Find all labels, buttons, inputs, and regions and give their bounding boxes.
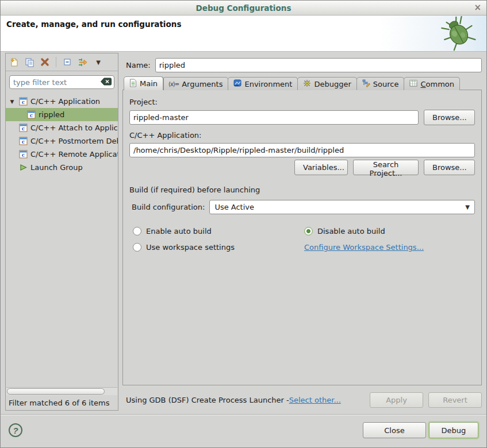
tree-item-label: C/C++ Attach to Application (30, 123, 118, 132)
application-input[interactable] (129, 143, 475, 157)
project-row: Browse... (129, 110, 475, 125)
project-input[interactable] (129, 110, 419, 125)
main-tab-content: Project: Browse... C/C++ Application: Va… (122, 90, 482, 385)
environment-tab-icon (233, 79, 241, 88)
titlebar[interactable]: Debug Configurations × (1, 1, 486, 16)
launcher-text: Using GDB (DSF) Create Process Launcher … (126, 396, 289, 404)
toolbar-menu-button[interactable]: ▼ (93, 56, 104, 68)
configure-workspace-settings-link[interactable]: Configure Workspace Settings... (304, 243, 475, 252)
configurations-tree: ▼ c C/C++ Application (6, 92, 118, 386)
tab-main[interactable]: Main (124, 76, 163, 90)
search-project-button[interactable]: Search Project... (353, 160, 419, 175)
filter-field[interactable] (9, 75, 114, 89)
tab-debugger[interactable]: Debugger (297, 77, 356, 90)
window-title: Debug Configurations (196, 3, 292, 13)
tree-item-label: C/C++ Remote Application (30, 150, 118, 159)
tree-item-label: Launch Group (30, 163, 83, 172)
tree-item-cpp-remote[interactable]: c C/C++ Remote Application (6, 148, 118, 161)
tree-horizontal-scrollbar[interactable] (6, 387, 117, 395)
help-button[interactable]: ? (9, 423, 22, 437)
radio-selected-icon[interactable] (304, 227, 313, 235)
launcher-row: Using GDB (DSF) Create Process Launcher … (122, 385, 482, 414)
tab-common[interactable]: Common (404, 77, 460, 90)
project-browse-button[interactable]: Browse... (424, 110, 475, 125)
apply-button[interactable]: Apply (370, 392, 423, 408)
tab-bar: Main (x)= Arguments Environment (122, 76, 482, 90)
radio-icon[interactable] (133, 243, 141, 252)
debug-configurations-dialog: Debug Configurations × Create, manage, a… (0, 0, 487, 448)
new-configuration-button[interactable] (8, 56, 20, 68)
configuration-editor: Name: Main (x)= Arguments (122, 53, 482, 414)
tab-label: Debugger (314, 80, 351, 88)
project-label: Project: (129, 98, 475, 106)
application-label: C/C++ Application: (129, 131, 475, 140)
page-title: Create, manage, and run configurations (6, 20, 181, 29)
tab-label: Common (420, 80, 454, 88)
tree-item-label: C/C++ Postmortem Debugger (30, 137, 118, 145)
filter-row (6, 71, 118, 92)
radio-icon[interactable] (133, 227, 141, 235)
common-tab-icon (409, 80, 417, 88)
expander-icon[interactable]: ▼ (6, 99, 18, 105)
svg-text:c: c (21, 139, 25, 145)
tab-environment[interactable]: Environment (228, 77, 298, 90)
tab-label: Source (373, 80, 399, 88)
application-browse-button[interactable]: Browse... (424, 160, 475, 175)
collapse-all-button[interactable] (62, 56, 73, 68)
duplicate-configuration-button[interactable] (24, 56, 35, 68)
scrollbar-thumb[interactable] (7, 388, 105, 395)
name-label: Name: (126, 61, 151, 69)
build-section-label: Build (if required) before launching (129, 186, 475, 194)
c-application-icon: c (18, 150, 28, 159)
build-configuration-select[interactable]: Use Active ▼ (209, 200, 475, 214)
debug-button[interactable]: Debug (429, 422, 478, 438)
name-input[interactable] (155, 58, 482, 72)
tab-label: Environment (244, 80, 292, 88)
close-icon[interactable]: × (474, 3, 481, 12)
radio-label: Use workspace settings (146, 243, 235, 252)
tab-label: Main (140, 79, 158, 88)
tree-item-cpp-application[interactable]: ▼ c C/C++ Application (6, 95, 118, 108)
select-other-link[interactable]: Select other... (289, 396, 341, 404)
tree-item-label: C/C++ Application (30, 97, 100, 106)
radio-enable-auto-build[interactable]: Enable auto build (133, 227, 304, 235)
filter-input[interactable] (13, 78, 101, 87)
radio-disable-auto-build[interactable]: Disable auto build (304, 227, 475, 235)
tree-item-label: rippled (39, 110, 64, 119)
dialog-footer: ? Close Debug (1, 414, 486, 447)
svg-text:c: c (21, 126, 25, 132)
close-button[interactable]: Close (363, 422, 426, 438)
filter-configurations-button[interactable] (77, 56, 89, 68)
tree-item-launch-group[interactable]: Launch Group (6, 161, 118, 174)
tab-arguments[interactable]: (x)= Arguments (163, 77, 228, 90)
radio-use-workspace-settings[interactable]: Use workspace settings (133, 243, 304, 252)
sidebar-toolbar: ▼ (6, 53, 118, 71)
launch-group-icon (18, 163, 28, 172)
dialog-header: Create, manage, and run configurations (1, 16, 486, 52)
tree-item-cpp-postmortem[interactable]: c C/C++ Postmortem Debugger (6, 134, 118, 148)
c-application-icon: c (26, 110, 36, 119)
configurations-sidebar: ▼ ▼ (5, 53, 118, 411)
name-row: Name: (122, 58, 482, 72)
build-configuration-label: Build configuration: (132, 203, 205, 211)
auto-build-options: Enable auto build Disable auto build Use… (133, 227, 475, 252)
arguments-tab-icon: (x)= (168, 81, 179, 87)
selected-option: Use Active (214, 203, 465, 211)
source-tab-icon (362, 79, 370, 89)
variables-button[interactable]: Variables... (294, 160, 348, 175)
tab-label: Arguments (182, 80, 223, 88)
tab-source[interactable]: Source (356, 77, 405, 90)
tree-item-cpp-attach[interactable]: c C/C++ Attach to Application (6, 121, 118, 134)
main-area: ▼ ▼ (1, 52, 486, 414)
build-configuration-row: Build configuration: Use Active ▼ (132, 200, 475, 214)
c-application-icon: c (18, 97, 28, 106)
svg-text:c: c (21, 99, 25, 105)
revert-button[interactable]: Revert (428, 392, 482, 408)
delete-configuration-button[interactable] (39, 56, 51, 68)
application-buttons-row: Variables... Search Project... Browse... (129, 160, 475, 175)
c-application-icon: c (18, 123, 28, 133)
tree-item-rippled-selected[interactable]: c rippled (6, 108, 118, 121)
clear-filter-icon[interactable] (101, 78, 112, 87)
radio-label: Enable auto build (146, 227, 212, 235)
toolbar-separator (56, 57, 56, 67)
